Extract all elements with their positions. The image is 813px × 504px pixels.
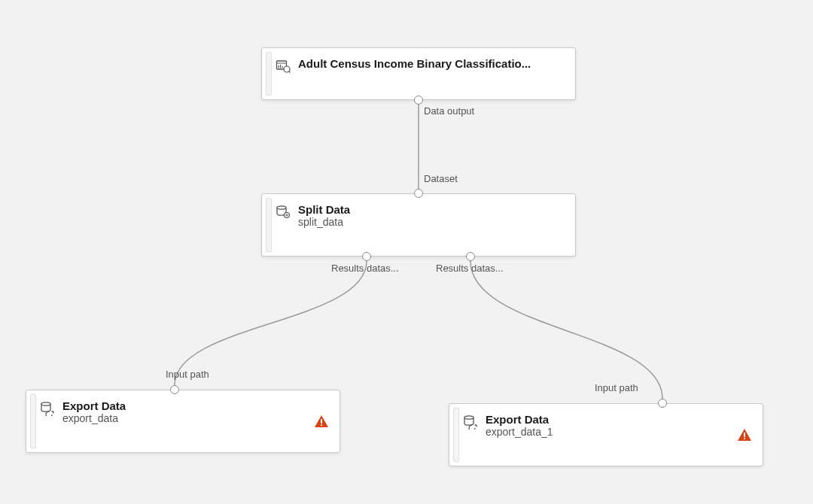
node-export-data-1[interactable]: Export Data export_data [26,390,340,453]
edge-split-to-export2 [470,261,662,399]
port-label-data-output: Data output [424,105,474,117]
port-label-export1-input: Input path [166,369,209,380]
svg-point-7 [277,206,286,209]
drag-handle[interactable] [453,408,459,462]
port-split-output-1[interactable] [362,252,371,261]
pipeline-canvas[interactable]: Adult Census Income Binary Classificatio… [0,0,813,504]
port-split-input[interactable] [414,189,423,198]
port-label-split-out1: Results datas... [331,263,399,274]
port-label-split-input: Dataset [424,173,458,184]
node-subtitle: export_data [62,412,330,424]
port-dataset-output[interactable] [414,96,423,105]
warning-icon [737,428,752,442]
export-database-icon [40,401,55,419]
drag-handle[interactable] [266,52,272,96]
svg-point-14 [41,402,50,405]
database-gear-icon [276,205,291,223]
port-label-split-out2: Results datas... [436,263,504,274]
svg-line-6 [289,71,291,73]
svg-rect-18 [744,433,745,437]
drag-handle[interactable] [30,394,36,448]
svg-rect-19 [744,438,745,439]
drag-handle[interactable] [266,198,272,252]
dataset-icon [276,59,291,77]
port-export2-input[interactable] [658,399,667,408]
svg-point-8 [285,213,290,218]
svg-rect-15 [321,419,322,424]
svg-point-17 [464,416,473,419]
edge-split-to-export1 [175,261,367,385]
port-export1-input[interactable] [170,385,179,394]
node-title: Export Data [486,413,754,426]
export-database-icon [463,414,478,433]
svg-point-5 [284,66,290,72]
node-split-data[interactable]: Split Data split_data [261,193,576,257]
port-label-export2-input: Input path [595,382,638,393]
node-dataset[interactable]: Adult Census Income Binary Classificatio… [261,47,576,100]
node-export-data-2[interactable]: Export Data export_data_1 [449,403,763,466]
node-subtitle: export_data_1 [486,426,754,438]
svg-rect-16 [321,424,322,426]
node-title: Export Data [62,399,330,412]
warning-icon [314,414,329,428]
node-title: Split Data [298,203,566,216]
node-title: Adult Census Income Binary Classificatio… [298,57,566,70]
node-subtitle: split_data [298,216,566,228]
port-split-output-2[interactable] [466,252,475,261]
